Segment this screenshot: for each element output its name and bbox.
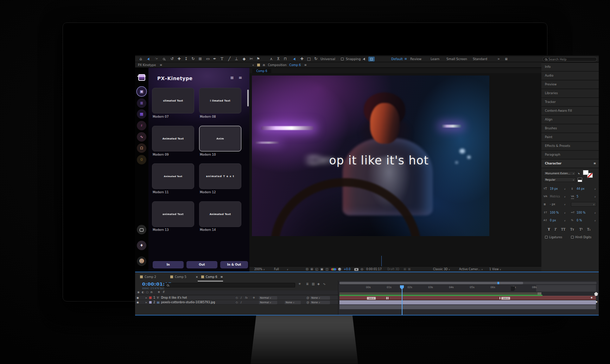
px-logo-icon[interactable] xyxy=(138,74,145,81)
marker-bin-icon[interactable] xyxy=(594,292,598,296)
subscript-button[interactable]: T₁ xyxy=(587,227,591,232)
lock-icon[interactable]: ⋒ xyxy=(263,63,265,67)
fast-preview-icons[interactable]: ⊞⊠ xyxy=(404,267,412,272)
panel-tracker[interactable]: Tracker xyxy=(541,98,599,106)
panel-content-aware-fill[interactable]: Content-Aware Fill xyxy=(541,107,599,115)
pan-behind-tool-icon[interactable]: ⊞ xyxy=(197,56,203,62)
quality-slash-icon[interactable]: ∕ xyxy=(241,295,242,300)
timeline-search-field[interactable] xyxy=(164,283,295,287)
template-card-modern-09[interactable]: Animated Text xyxy=(152,126,194,151)
workspace-default-icon[interactable]: ⊞ xyxy=(402,56,409,62)
hindi-digits-checkbox[interactable]: Hindi Digits xyxy=(571,235,591,240)
panel-effects-presets[interactable]: Effects & Presets xyxy=(541,142,599,150)
px-wave-icon[interactable]: ∿ xyxy=(137,132,146,142)
parent-pickwhip-icon[interactable]: @ xyxy=(306,295,309,300)
px-view-grid-icon[interactable]: ⊞ xyxy=(230,76,234,80)
axis-world-icon[interactable]: ⊼ xyxy=(275,56,281,62)
roto-brush-tool-icon[interactable]: ✄ xyxy=(248,56,254,62)
template-card-modern-14[interactable]: Animated Text xyxy=(199,201,241,227)
px-store-bag-icon[interactable] xyxy=(137,225,146,234)
eyedropper-icon[interactable]: ✒ xyxy=(576,171,581,176)
graph-editor-icon[interactable]: ∿ xyxy=(323,282,326,286)
parent-dropdown[interactable]: None∨ xyxy=(310,296,330,300)
home-icon[interactable]: ⌂ xyxy=(138,56,144,62)
composition-panel-tab[interactable]: « ⋒ Composition Comp 6 ≡ xyxy=(249,62,541,68)
px-avatar[interactable]: ☻ xyxy=(137,256,146,266)
shape-tool-icon[interactable]: ▭ xyxy=(205,56,211,62)
pen-tool-icon[interactable]: ✒ xyxy=(211,56,218,62)
workspace-small-screen[interactable]: Small Screen xyxy=(446,56,467,62)
layer-color-swatch[interactable] xyxy=(149,301,152,304)
layer-name[interactable]: pexels-cottonbro-studio-10385793.jpg xyxy=(161,300,215,305)
horizontal-scale-value[interactable]: 100 % xyxy=(577,210,585,215)
work-area-bar[interactable] xyxy=(339,292,540,295)
blend-mode-dropdown[interactable]: Normal∨ xyxy=(259,296,277,300)
view-layout-dropdown[interactable]: 1 View∨ xyxy=(489,267,501,272)
layer-row-1[interactable]: ◉ ▸ 1 T Drop it like it's hot ◇ ∕ fx ❖ N… xyxy=(135,295,338,300)
snapshot-camera-icon[interactable] xyxy=(354,268,358,271)
px-brackets-icon[interactable]: ⟨⟩ xyxy=(137,155,146,164)
font-style-dropdown[interactable]: Regular∨ xyxy=(544,177,576,182)
camera-dropdown[interactable]: Active Camer...∨ xyxy=(459,267,483,272)
in-out-button[interactable]: In & Out xyxy=(220,261,248,268)
timeline-tab-comp5[interactable]: Comp 5 xyxy=(170,274,186,280)
panel-libraries[interactable]: Libraries xyxy=(541,89,599,97)
draft-3d-icon[interactable]: ≣ xyxy=(306,282,309,286)
show-snapshot-icon[interactable]: ◎ xyxy=(361,267,363,272)
search-help-input[interactable] xyxy=(548,58,595,61)
px-tab-menu-icon[interactable]: ≡ xyxy=(160,63,162,67)
layer-row-2[interactable]: ◉ ▸ 2 ▤ pexels-cottonbro-studio-10385793… xyxy=(135,300,338,305)
tab-menu-icon[interactable]: ≡ xyxy=(220,275,223,279)
viewer-timecode[interactable]: 0:00:01:17 xyxy=(366,267,382,272)
leading-value[interactable]: 44 px xyxy=(577,187,585,191)
in-button[interactable]: In xyxy=(153,261,184,268)
tab-close-icon[interactable]: × xyxy=(196,275,198,279)
faux-bold-button[interactable]: T xyxy=(548,227,550,232)
out-button[interactable]: Out xyxy=(186,261,217,268)
pan-camera-tool-icon[interactable]: ✚ xyxy=(176,56,182,62)
comp-mini-flowchart-icon[interactable]: ✳ xyxy=(298,282,301,286)
eraser-tool-icon[interactable]: ◆ xyxy=(241,56,247,62)
timeline-navigator-thumb[interactable] xyxy=(339,282,523,284)
superscript-button[interactable]: T¹ xyxy=(579,227,583,232)
panel-align[interactable]: Align xyxy=(541,116,599,124)
quality-slash-icon[interactable]: ∕ xyxy=(241,300,242,305)
search-help-field[interactable] xyxy=(542,57,597,61)
resolution-dropdown[interactable]: Full∨ xyxy=(274,267,288,272)
current-time-indicator-line[interactable] xyxy=(402,289,402,315)
time-ruler[interactable]: 00s 01s 02s 03s 04s 05s 06s 07s 08s xyxy=(338,285,599,292)
work-area-end-handle[interactable] xyxy=(538,292,541,295)
vertical-scale-value[interactable]: 100 % xyxy=(550,210,559,215)
composition-canvas[interactable]: Drop it like it's hot xyxy=(252,76,489,236)
clone-stamp-tool-icon[interactable]: ⊥ xyxy=(233,56,240,62)
template-card-modern-12[interactable]: animated T e x t xyxy=(199,163,241,189)
keyframe-tick[interactable] xyxy=(386,297,387,299)
fill-over-stroke-swatch[interactable] xyxy=(578,180,582,182)
panel-back-icon[interactable]: « xyxy=(252,63,254,67)
panel-character-header[interactable]: Character ≡ xyxy=(541,160,599,168)
keyframe-tick[interactable] xyxy=(500,297,500,299)
exposure-value[interactable]: +0.0 xyxy=(344,267,350,272)
kerning-value[interactable]: Metrics xyxy=(550,194,560,199)
px-grid-icon[interactable]: ▦ xyxy=(137,109,146,119)
track-matte-dropdown[interactable]: None∨ xyxy=(285,301,301,304)
all-caps-button[interactable]: TT xyxy=(561,227,565,232)
gizmo-scale-icon[interactable]: □ xyxy=(306,56,312,62)
layer-name[interactable]: Drop it like it's hot xyxy=(161,295,187,300)
frame-blending-icon[interactable]: ▥ xyxy=(312,282,315,286)
motion-blur-switch-icon[interactable]: ❖ xyxy=(253,295,255,300)
parent-pickwhip-icon[interactable]: @ xyxy=(306,300,309,305)
px-bell-icon[interactable]: Ω xyxy=(137,143,146,153)
baseline-shift-value[interactable]: 0 px xyxy=(550,218,556,223)
template-card-modern-13[interactable]: animated Text xyxy=(152,201,194,227)
stroke-style-dropdown[interactable]: ∨ xyxy=(571,202,596,207)
edge-keyframe-icon[interactable]: ◆ xyxy=(596,300,597,303)
layer-visibility-eye-icon[interactable]: ◉ xyxy=(136,300,139,305)
axis-local-icon[interactable]: ⋏ xyxy=(268,56,274,62)
px-list-icon[interactable]: ≣ xyxy=(137,98,146,108)
template-card-modern-11[interactable]: Animated Text xyxy=(152,163,194,189)
axis-view-icon[interactable]: ⊓ xyxy=(282,56,288,62)
workspace-review[interactable]: Review xyxy=(410,56,421,62)
workspace-default[interactable]: Default xyxy=(391,56,403,62)
stroke-width-value[interactable]: - px xyxy=(550,202,555,207)
